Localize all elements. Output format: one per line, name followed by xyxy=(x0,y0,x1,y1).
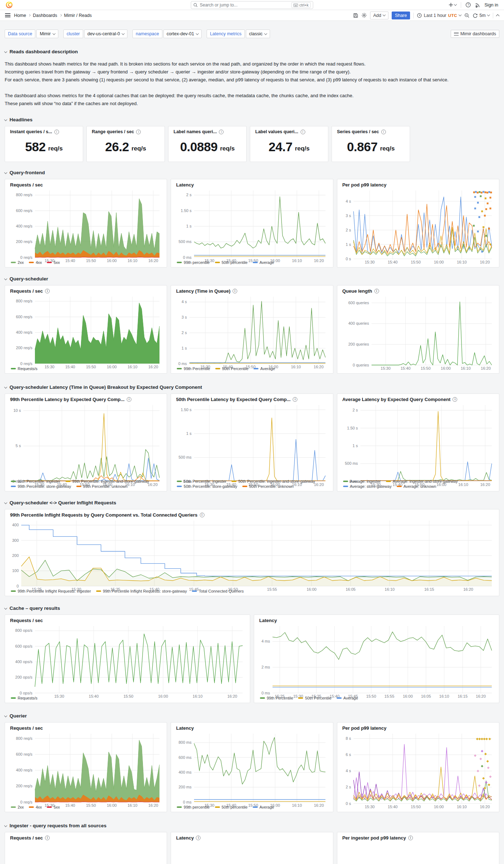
info-icon[interactable]: i xyxy=(200,513,204,517)
breadcrumb-dashboards[interactable]: Dashboards xyxy=(33,13,57,18)
info-icon[interactable]: i xyxy=(45,289,50,293)
info-icon[interactable]: i xyxy=(54,130,59,134)
info-icon[interactable]: i xyxy=(127,397,131,402)
time-series-chart[interactable]: 15:2515:3015:3515:4015:4515:5015:5516:00… xyxy=(258,624,495,695)
legend-item[interactable]: 4xx xyxy=(29,260,42,265)
legend-item[interactable]: 50th Percentile: ingester-and-store-gate… xyxy=(231,479,315,483)
time-series-chart[interactable]: 15:3015:4015:5016:0016:1016:200 ms500 ms… xyxy=(341,403,495,478)
add-new-button[interactable] xyxy=(449,3,456,7)
time-series-chart[interactable]: 15:3015:4015:5016:0016:1016:200 ms200 ms… xyxy=(175,732,329,804)
legend-item[interactable]: 99th Percentile: ingester xyxy=(11,479,60,483)
legend-item[interactable]: 4xx xyxy=(29,805,42,809)
section-description[interactable]: Reads dashboard description xyxy=(5,49,499,54)
legend-item[interactable]: Average: unknown xyxy=(397,484,436,489)
share-button[interactable]: Share xyxy=(392,12,410,19)
info-icon[interactable]: i xyxy=(374,289,379,293)
menu-icon[interactable] xyxy=(5,13,10,17)
legend-item[interactable]: 2xx xyxy=(11,260,24,265)
panel-title[interactable]: 99th Percentile Latency by Expected Quer… xyxy=(9,396,163,403)
section-query-frontend[interactable]: Query-frontend xyxy=(5,170,499,175)
info-icon[interactable]: i xyxy=(219,130,224,134)
panel-title[interactable]: Per pod p99 latency xyxy=(341,181,495,188)
info-icon[interactable]: i xyxy=(196,836,201,840)
info-icon[interactable]: i xyxy=(381,130,386,134)
news-button[interactable] xyxy=(475,3,480,8)
section-cache[interactable]: Cache – query results xyxy=(5,606,499,611)
legend-item[interactable]: 99th Percentile: store-gateway xyxy=(11,484,71,489)
info-icon[interactable]: i xyxy=(233,289,237,293)
legend-item[interactable]: 50th Percentile: ingester xyxy=(177,479,226,483)
time-series-chart[interactable]: 15:3015:4015:5016:0016:1016:200 ops/s200… xyxy=(9,624,246,695)
section-querier[interactable]: Querier xyxy=(5,713,499,719)
mimir-dashboards-button[interactable]: Mimir dashboards xyxy=(451,30,499,38)
time-series-chart[interactable]: 15:3015:4015:5016:0016:1016:200 ms1 s2 s… xyxy=(175,294,329,365)
section-ingester[interactable]: Ingester - query requests from all sourc… xyxy=(5,823,499,828)
legend-item[interactable]: Average xyxy=(253,366,275,371)
breadcrumb-home[interactable]: Home xyxy=(14,13,26,18)
time-series-chart[interactable]: 15:2515:3015:3515:4015:4515:5015:5516:00… xyxy=(9,518,495,588)
panel-title[interactable]: Latency xyxy=(175,725,329,732)
variable-value-dropdown[interactable]: dev-us-central-0 xyxy=(84,30,127,38)
time-series-chart[interactable]: 15:3015:4015:5016:0016:1016:200 s2 s4 s6… xyxy=(341,732,495,810)
panel-title[interactable]: Requests / sec xyxy=(9,617,246,624)
sign-in-button[interactable]: Sign in xyxy=(485,3,498,8)
panel-title[interactable]: Average Latency by Expected Query Compon… xyxy=(341,396,495,403)
panel-title[interactable]: Per ingester pod p99 latencyi xyxy=(341,834,495,841)
panel-title[interactable]: 50th Percentile Latency by Expected Quer… xyxy=(175,396,329,403)
kiosk-mode-button[interactable] xyxy=(496,13,499,17)
legend-item[interactable]: 50th Percentile: store-gateway xyxy=(177,484,237,489)
panel-title[interactable]: Latencyi xyxy=(175,834,329,841)
section-breakout[interactable]: Query-scheduler Latency (Time in Queue) … xyxy=(5,384,499,390)
legend-item[interactable]: Average: store-gateway xyxy=(343,484,392,489)
legend-item[interactable]: Requests/s xyxy=(11,366,37,371)
time-series-chart[interactable]: 15:3015:4015:5016:0016:1016:200 ms500 ms… xyxy=(175,188,329,259)
section-query-scheduler[interactable]: Query-scheduler xyxy=(5,276,499,282)
save-dashboard-button[interactable] xyxy=(353,13,358,18)
panel-title[interactable]: Latency xyxy=(175,181,329,188)
time-series-chart[interactable]: 15:3015:4015:5016:0016:1016:200 s1 s2 s3… xyxy=(341,188,495,265)
panel-title[interactable]: Requests / seci xyxy=(9,288,163,294)
panel-title[interactable]: Latency xyxy=(258,617,495,624)
legend-item[interactable]: 99th Percentile Inflight Requests: inges… xyxy=(11,589,91,593)
legend-item[interactable]: 99th Percentile xyxy=(260,696,293,700)
time-range-picker[interactable]: Last 1 hour UTC xyxy=(417,13,461,18)
legend-item[interactable]: 5xx xyxy=(47,260,60,265)
time-series-chart[interactable]: 15:3015:4015:5016:0016:1016:200 req/s200… xyxy=(9,188,163,259)
help-button[interactable]: ? xyxy=(465,2,471,8)
info-icon[interactable]: i xyxy=(453,397,457,402)
add-panel-button[interactable]: Add xyxy=(370,12,388,19)
refresh-button[interactable]: 5m xyxy=(473,13,490,18)
legend-item[interactable]: 5xx xyxy=(47,805,60,809)
grafana-logo[interactable] xyxy=(6,1,13,8)
time-series-chart[interactable]: 15:3015:4015:5016:0016:1016:200 req/s200… xyxy=(9,732,163,804)
legend-item[interactable]: Average: ingester xyxy=(343,479,381,483)
panel-title[interactable]: Requests / sec xyxy=(9,181,163,188)
legend-item[interactable]: 50th percentile xyxy=(215,805,248,809)
legend-item[interactable]: 50th Percentile xyxy=(215,366,248,371)
legend-item[interactable]: 50th percentile xyxy=(215,260,248,265)
search-input[interactable]: Search or jump to... ctrl+k xyxy=(191,1,313,9)
time-series-chart[interactable]: 15:3015:4015:5016:0016:1016:200 queries2… xyxy=(341,294,495,371)
panel-title[interactable]: Requests / sec xyxy=(9,725,163,732)
legend-item[interactable]: Average: ingester-and-store-gateway xyxy=(386,479,458,483)
info-icon[interactable]: i xyxy=(293,397,297,402)
info-icon[interactable]: i xyxy=(408,836,413,840)
legend-item[interactable]: 99th percentile xyxy=(177,805,210,809)
info-icon[interactable]: i xyxy=(136,130,141,134)
panel-title[interactable]: Requests / seci xyxy=(9,834,163,841)
panel-title[interactable]: 99th Percentile Inflight Requests by Que… xyxy=(9,512,495,518)
legend-item[interactable]: 99th Percentile xyxy=(177,366,210,371)
legend-item[interactable]: 50th Percentile: unknown xyxy=(242,484,294,489)
dashboard-settings-button[interactable] xyxy=(361,13,367,18)
variable-value-dropdown[interactable]: Mimir xyxy=(36,30,58,38)
legend-item[interactable]: Average xyxy=(253,805,274,809)
section-inflight[interactable]: Query-scheduler <-> Querier Inflight Req… xyxy=(5,500,499,505)
legend-item[interactable]: 99th Percentile: unknown xyxy=(76,484,128,489)
zoom-out-button[interactable] xyxy=(464,13,469,18)
section-headlines[interactable]: Headlines xyxy=(5,117,499,122)
legend-item[interactable]: Requests/s xyxy=(11,696,37,700)
legend-item[interactable]: Average xyxy=(337,696,358,700)
variable-value-dropdown[interactable]: classic xyxy=(246,30,270,38)
panel-title[interactable]: Per pod p99 latency xyxy=(341,725,495,732)
info-icon[interactable]: i xyxy=(45,836,50,840)
